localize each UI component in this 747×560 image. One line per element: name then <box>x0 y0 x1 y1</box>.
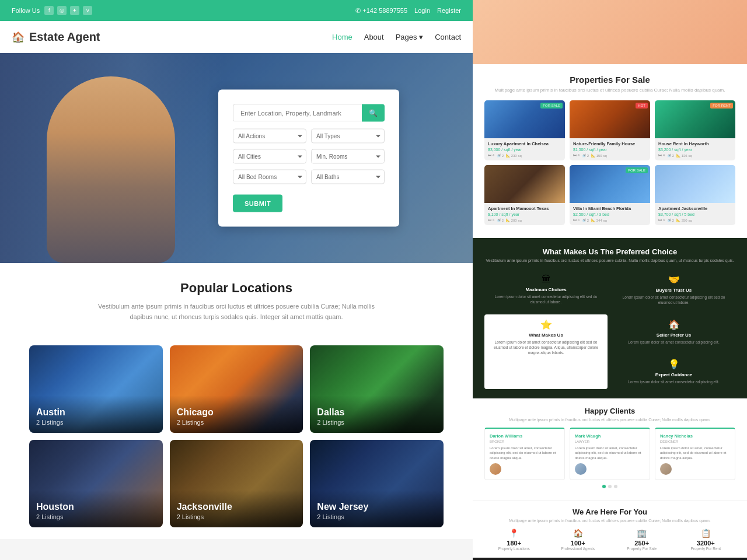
test-text-2: Lorem ipsum dolor sit amet, consectetur … <box>575 446 645 460</box>
test-name-2: Mark Waugh <box>575 433 645 439</box>
stat-for-sale-icon: 🏢 <box>612 528 672 538</box>
login-link[interactable]: Login <box>414 7 430 14</box>
prop-img-6 <box>655 165 735 203</box>
logo[interactable]: 🏠 Estate Agent <box>12 30 100 44</box>
seller-prefer-icon: 🏠 <box>617 319 731 330</box>
nav-contact[interactable]: Contact <box>435 33 461 41</box>
meta-area-4: 📐 200 sq <box>506 218 522 222</box>
hero-person-image <box>0 53 222 263</box>
baths-select[interactable]: All Baths <box>311 170 385 184</box>
locations-description: Vestibulum ante ipsum primis in faucibus… <box>90 302 382 322</box>
buyers-trust-desc: Lorem ipsum dolor sit amet consectetur a… <box>617 295 731 305</box>
instagram-icon[interactable]: ◎ <box>57 6 67 15</box>
main-section: Follow Us f ◎ ✦ v ✆ +142 58897555 Login … <box>0 0 473 560</box>
twitter-icon[interactable]: ✦ <box>70 6 79 15</box>
property-card-5[interactable]: FOR SALE Villa In Miami Beach Florida $2… <box>570 165 650 225</box>
property-card-4[interactable]: Apartment In Mamooot Texas $,100 / sqft … <box>484 165 565 225</box>
bedrooms-select[interactable]: All Bed Rooms <box>233 170 306 184</box>
prop-name-5: Villa In Miami Beach Florida <box>573 206 647 212</box>
stat-agents: 🏠 100+ Professional Agents <box>549 528 608 551</box>
nav-links: Home About Pages ▾ Contact <box>332 33 461 41</box>
what-makes-us-desc: Lorem ipsum dolor sit amet consectetur a… <box>489 340 603 355</box>
locations-title: Popular Locations <box>29 281 444 296</box>
nav-pages[interactable]: Pages ▾ <box>396 33 423 41</box>
cities-select[interactable]: All Cities <box>233 149 306 164</box>
meta-baths-2: 🚿 2 <box>582 153 589 158</box>
stat-for-sale-label: Property For Sale <box>612 547 672 551</box>
dot-2[interactable] <box>608 485 612 488</box>
meta-baths-4: 🚿 2 <box>497 218 504 222</box>
dot-1[interactable] <box>602 485 606 488</box>
prop-info-3: House Rent In Hayworth $3,200 / sqft / y… <box>655 138 735 160</box>
properties-desc: Multipage ante ipsum primis in faucibus … <box>484 87 735 93</box>
prop-info-1: Luxury Apartment In Chelsea $3,000 / sqf… <box>484 138 565 160</box>
properties-section: Properties For Sale Multipage ante ipsum… <box>473 64 747 238</box>
test-name-3: Nancy Nicholas <box>660 433 730 439</box>
stat-for-rent-label: Property For Rent <box>676 547 736 551</box>
location-card-jacksonville[interactable]: Jacksonville 2 Listings <box>170 440 303 527</box>
testimonial-2: Mark Waugh LAWYER Lorem ipsum dolor sit … <box>570 428 650 480</box>
houston-overlay: Houston 2 Listings <box>29 490 163 527</box>
test-avatar-row-3 <box>660 463 730 475</box>
rooms-select[interactable]: Min. Rooms <box>311 149 385 164</box>
stats-desc: Multipage ante ipsum primis in faucibus … <box>484 519 735 523</box>
property-card-3[interactable]: FOR RENT House Rent In Hayworth $3,200 /… <box>655 100 735 160</box>
search-input[interactable] <box>233 104 362 122</box>
nav-home[interactable]: Home <box>332 33 352 41</box>
feature-buyers-trust: 🤝 Buyers Trust Us Lorem ipsum dolor sit … <box>612 270 735 310</box>
meta-area-1: 📐 230 sq <box>506 153 522 158</box>
avatar-1 <box>490 463 501 475</box>
test-role-2: LAWYER <box>575 440 645 443</box>
facebook-icon[interactable]: f <box>44 6 54 15</box>
prop-name-1: Luxury Apartment In Chelsea <box>488 141 561 147</box>
submit-button[interactable]: SUBMIT <box>233 195 282 212</box>
testimonial-3: Nancy Nicholas DESIGNER Lorem ipsum dolo… <box>655 428 735 480</box>
test-role-3: DESIGNER <box>660 440 730 443</box>
meta-beds-2: 🛏 4 <box>573 153 580 158</box>
dot-3[interactable] <box>614 485 617 488</box>
location-card-austin[interactable]: Austin 2 Listings <box>29 345 163 433</box>
stat-for-rent-icon: 📋 <box>676 528 736 538</box>
property-card-6[interactable]: Apartment Jacksonville $3,700 / sqft / 5… <box>655 165 735 225</box>
search-button[interactable]: 🔍 <box>362 104 385 122</box>
location-grid: Austin 2 Listings Chicago 2 Listings Dal… <box>0 345 473 539</box>
location-card-newjersey[interactable]: New Jersey 2 Listings <box>310 440 444 527</box>
property-card-1[interactable]: FOR SALE Luxury Apartment In Chelsea $3,… <box>484 100 565 160</box>
stat-locations-label: Property Locations <box>484 547 544 551</box>
newjersey-overlay: New Jersey 2 Listings <box>310 490 444 527</box>
nav-about[interactable]: About <box>364 33 384 41</box>
jacksonville-listings: 2 Listings <box>177 513 296 520</box>
prop-badge-1: FOR SALE <box>540 103 563 108</box>
chicago-name: Chicago <box>177 407 296 418</box>
hero-section: 🔍 All Actions All Types All Cities Min. … <box>0 53 473 263</box>
register-link[interactable]: Register <box>437 7 461 14</box>
location-card-chicago[interactable]: Chicago 2 Listings <box>170 345 303 433</box>
types-select[interactable]: All Types <box>311 129 385 144</box>
prop-meta-4: 🛏 4 🚿 2 📐 200 sq <box>488 218 561 222</box>
testimonial-dots <box>484 485 735 488</box>
meta-baths-3: 🚿 2 <box>667 153 674 158</box>
prop-badge-5: FOR SALE <box>626 167 648 173</box>
location-card-houston[interactable]: Houston 2 Listings <box>29 440 163 527</box>
austin-listings: 2 Listings <box>36 419 156 426</box>
buyers-trust-name: Buyers Trust Us <box>617 288 731 293</box>
stat-location-icon: 📍 <box>484 528 544 538</box>
meta-baths-1: 🚿 2 <box>497 153 504 158</box>
meta-area-3: 📐 136 sq <box>676 153 692 158</box>
right-content: Properties For Sale Multipage ante ipsum… <box>473 64 747 560</box>
houston-listings: 2 Listings <box>36 513 156 520</box>
test-avatar-row-2 <box>575 463 645 475</box>
expert-guidance-desc: Lorem ipsum dolor sit amet consectetur a… <box>617 379 731 384</box>
avatar-3 <box>660 463 672 475</box>
prop-info-6: Apartment Jacksonville $3,700 / sqft / 5… <box>655 203 735 225</box>
meta-baths-5: 🚿 2 <box>582 218 589 222</box>
prop-meta-3: 🛏 4 🚿 2 📐 136 sq <box>658 153 732 158</box>
test-role-1: BROKER <box>490 440 560 443</box>
actions-select[interactable]: All Actions <box>233 129 306 144</box>
location-card-dallas[interactable]: Dallas 2 Listings <box>310 345 444 433</box>
stat-for-rent: 📋 3200+ Property For Rent <box>676 528 736 551</box>
property-card-2[interactable]: HOT Nature-Friendly Family House $1,500 … <box>570 100 650 160</box>
vimeo-icon[interactable]: v <box>83 6 92 15</box>
preferred-desc: Vestibulum ante ipsum primis in faucibus… <box>484 258 735 262</box>
maximum-choices-desc: Lorem ipsum dolor sit amet consectetur a… <box>489 294 603 304</box>
